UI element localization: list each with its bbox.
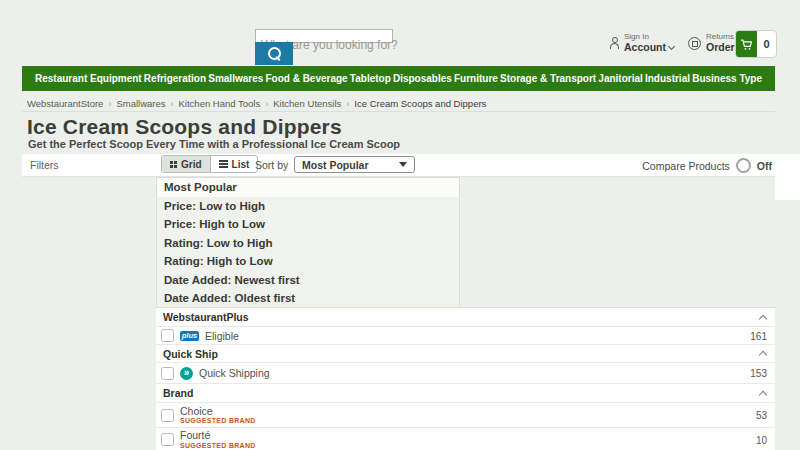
nav-item-industrial[interactable]: Industrial — [645, 73, 690, 84]
sort-options-dropdown: Most Popular Price: Low to High Price: H… — [156, 177, 460, 309]
caret-down-icon — [399, 162, 407, 167]
page-title: Ice Cream Scoops and Dippers — [27, 115, 342, 139]
search-icon — [268, 47, 281, 60]
breadcrumb-home[interactable]: WebstaurantStore — [27, 98, 103, 109]
account-menu[interactable]: Sign In Account — [610, 33, 674, 53]
filter-option-quick-shipping[interactable]: » Quick Shipping 153 — [156, 363, 775, 384]
filter-option-count: 161 — [750, 330, 767, 341]
filter-section-title: WebstaurantPlus — [163, 311, 249, 323]
quick-ship-icon: » — [180, 367, 193, 380]
nav-item-smallwares[interactable]: Smallwares — [208, 73, 263, 84]
filter-option-count: 53 — [756, 410, 767, 421]
nav-item-disposables[interactable]: Disposables — [393, 73, 452, 84]
sort-option-price-high-low[interactable]: Price: High to Low — [157, 215, 459, 234]
breadcrumb-separator: › — [265, 99, 268, 109]
nav-item-furniture[interactable]: Furniture — [454, 73, 498, 84]
suggested-brand-tag: SUGGESTED BRAND — [180, 442, 256, 450]
cart-button[interactable]: 0 — [735, 30, 777, 58]
webstaurantplus-badge-icon: plus — [180, 331, 199, 341]
chevron-up-icon — [759, 390, 767, 398]
fourte-checkbox[interactable] — [161, 433, 174, 446]
breadcrumb-separator: › — [171, 99, 174, 109]
breadcrumb-separator: › — [346, 99, 349, 109]
filter-section-title: Brand — [163, 387, 193, 399]
sort-option-date-newest[interactable]: Date Added: Newest first — [157, 271, 459, 290]
nav-item-restaurant-equipment[interactable]: Restaurant Equipment — [35, 73, 142, 84]
nav-item-storage-transport[interactable]: Storage & Transport — [500, 73, 596, 84]
sort-option-date-oldest[interactable]: Date Added: Oldest first — [157, 289, 459, 308]
header-account-cluster: Sign In Account Returns & Orders — [610, 33, 742, 53]
breadcrumb-kitchen-hand-tools[interactable]: Kitchen Hand Tools — [179, 98, 261, 109]
sort-option-most-popular[interactable]: Most Popular — [157, 178, 459, 197]
page: What are you looking for? Sign In Accoun… — [0, 0, 800, 450]
filter-section-title: Quick Ship — [163, 348, 218, 360]
cart-icon-wrap — [736, 31, 757, 57]
returns-box-icon — [688, 37, 701, 50]
quick-shipping-checkbox[interactable] — [161, 367, 174, 380]
page-subtitle: Get the Perfect Scoop Every Time with a … — [28, 138, 400, 150]
grid-view-button[interactable]: Grid — [162, 156, 211, 172]
filter-section-brand[interactable]: Brand — [156, 384, 775, 403]
choice-checkbox[interactable] — [161, 409, 174, 422]
filter-option-count: 10 — [756, 434, 767, 445]
returns-orders-link[interactable]: Returns & Orders — [688, 33, 742, 53]
sort-option-price-low-high[interactable]: Price: Low to High — [157, 197, 459, 216]
list-view-label: List — [232, 159, 250, 170]
chevron-up-icon — [759, 314, 767, 322]
nav-item-business-type[interactable]: Business Type — [692, 73, 762, 84]
suggested-brand-tag: SUGGESTED BRAND — [180, 417, 256, 425]
grid-icon — [170, 161, 177, 168]
breadcrumb: WebstaurantStore › Smallwares › Kitchen … — [27, 98, 486, 109]
filter-section-quick-ship[interactable]: Quick Ship — [156, 345, 775, 363]
breadcrumb-smallwares[interactable]: Smallwares — [116, 98, 165, 109]
cart-icon — [740, 38, 753, 51]
sort-by-label: Sort by — [255, 159, 288, 171]
filter-section-webstaurantplus[interactable]: WebstaurantPlus — [156, 308, 775, 327]
nav-item-janitorial[interactable]: Janitorial — [598, 73, 642, 84]
cart-count: 0 — [757, 31, 776, 57]
filter-option-eligible[interactable]: plus Eligible 161 — [156, 327, 775, 345]
toolbar-right-spacer — [775, 154, 800, 200]
nav-item-refrigeration[interactable]: Refrigeration — [144, 73, 206, 84]
nav-item-food-beverage[interactable]: Food & Beverage — [265, 73, 347, 84]
filter-option-count: 153 — [750, 368, 767, 379]
grid-view-label: Grid — [181, 159, 202, 170]
sort-select-value: Most Popular — [302, 159, 369, 171]
breadcrumb-current: Ice Cream Scoops and Dippers — [354, 98, 486, 109]
sort-option-rating-low-high[interactable]: Rating: Low to High — [157, 234, 459, 253]
chevron-up-icon — [759, 351, 767, 359]
chevron-down-icon — [668, 43, 675, 50]
list-view-button[interactable]: List — [211, 156, 258, 172]
divider — [22, 111, 775, 112]
search-button[interactable] — [255, 42, 293, 65]
filter-option-label: Eligible — [205, 330, 239, 342]
compare-toggle-state: Off — [757, 160, 772, 172]
breadcrumb-kitchen-utensils[interactable]: Kitchen Utensils — [273, 98, 341, 109]
view-toggle: Grid List — [161, 155, 258, 173]
nav-item-tabletop[interactable]: Tabletop — [350, 73, 391, 84]
filter-option-label: Quick Shipping — [199, 367, 270, 379]
filter-option-label: Fourté — [180, 429, 256, 441]
list-icon — [219, 160, 228, 168]
filter-option-fourte[interactable]: Fourté SUGGESTED BRAND 10 — [156, 428, 775, 450]
filters-panel: WebstaurantPlus plus Eligible 161 Quick … — [156, 307, 775, 450]
compare-products: Compare Products Off — [640, 158, 772, 173]
filter-option-choice[interactable]: Choice SUGGESTED BRAND 53 — [156, 403, 775, 428]
eligible-checkbox[interactable] — [161, 329, 174, 342]
compare-toggle[interactable] — [736, 158, 751, 173]
main-nav: Restaurant Equipment Refrigeration Small… — [22, 66, 775, 91]
account-label: Account — [624, 42, 674, 54]
person-icon — [610, 37, 619, 49]
compare-products-label: Compare Products — [642, 160, 730, 172]
sort-option-rating-high-low[interactable]: Rating: High to Low — [157, 252, 459, 271]
filter-option-label: Choice — [180, 405, 256, 417]
filters-label: Filters — [30, 159, 59, 171]
sort-select[interactable]: Most Popular — [294, 156, 415, 173]
breadcrumb-separator: › — [108, 99, 111, 109]
